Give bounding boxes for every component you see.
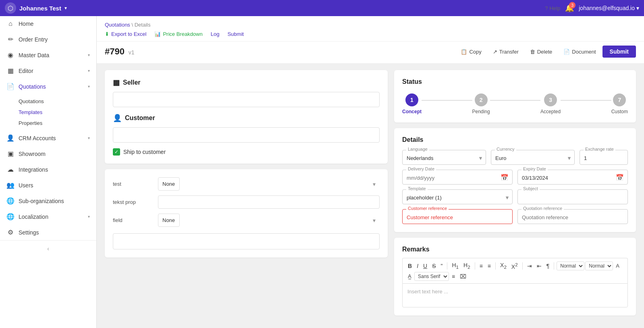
sidebar-collapse-button[interactable]: ‹ xyxy=(0,240,96,257)
sidebar-label-settings: Settings xyxy=(19,229,90,236)
clear-format-button[interactable]: ⌧ xyxy=(458,272,468,281)
delete-button[interactable]: 🗑 Delete xyxy=(525,46,557,57)
exchange-rate-input[interactable] xyxy=(580,150,628,165)
sidebar-item-sub-organizations[interactable]: 🌐 Sub-organizations xyxy=(0,193,96,209)
font-color-button[interactable]: A xyxy=(614,262,621,270)
font-size-select[interactable]: Small Normal Large xyxy=(557,262,584,270)
toolbar-submit-button[interactable]: Submit xyxy=(227,31,243,41)
seller-title: ▦ Seller xyxy=(113,78,380,87)
superscript-button[interactable]: X2 xyxy=(509,261,520,271)
user-menu-button[interactable]: johannes@elfsquad.io ▾ xyxy=(579,5,639,11)
prop-label-test: test xyxy=(113,181,153,187)
customer-input[interactable] xyxy=(113,127,380,143)
currency-select[interactable]: Euro xyxy=(491,150,575,165)
help-icon: ? xyxy=(545,5,548,11)
prop-select-test[interactable]: None xyxy=(158,177,180,191)
seller-customer-card: ▦ Seller 👤 Customer ✓ Ship to customer xyxy=(105,70,388,164)
italic-button[interactable]: I xyxy=(415,262,420,270)
subject-input[interactable] xyxy=(517,189,628,204)
rtl-button[interactable]: ¶ xyxy=(544,262,552,270)
strikethrough-button[interactable]: S xyxy=(430,262,438,270)
export-icon: ⬇ xyxy=(105,31,109,37)
price-breakdown-button[interactable]: 📊 Price Breakdown xyxy=(154,31,202,41)
sidebar-item-order-entry[interactable]: ✏ Order Entry xyxy=(0,31,96,47)
expiry-date-input[interactable] xyxy=(517,170,628,185)
customer-reference-input[interactable] xyxy=(402,209,513,224)
delete-icon: 🗑 xyxy=(530,49,535,55)
sidebar-label-integrations: Integrations xyxy=(19,166,90,173)
unordered-list-button[interactable]: ≡ xyxy=(486,262,493,270)
language-select[interactable]: Nederlands xyxy=(402,150,486,165)
property-row-field: field None xyxy=(113,214,380,227)
sidebar-item-showroom[interactable]: ▣ Showroom xyxy=(0,146,96,162)
step-accepted[interactable]: 3 Accepted xyxy=(540,93,561,114)
remarks-editor[interactable]: Insert text here ... xyxy=(402,283,628,307)
sidebar-item-quotations[interactable]: 📄 Quotations ▾ xyxy=(0,79,96,94)
help-link[interactable]: ? Help xyxy=(545,5,560,11)
remarks-placeholder: Insert text here ... xyxy=(407,289,448,295)
sidebar-item-localization[interactable]: 🌐 Localization ▾ xyxy=(0,209,96,224)
h2-button[interactable]: H2 xyxy=(461,261,472,271)
quotation-reference-input[interactable] xyxy=(517,209,628,224)
ship-to-customer-checkbox[interactable]: ✓ xyxy=(113,148,120,156)
underline-button[interactable]: U xyxy=(421,262,429,270)
sidebar-item-settings[interactable]: ⚙ Settings xyxy=(0,224,96,240)
exchange-rate-field-group: Exchange rate xyxy=(580,150,628,165)
quote-button[interactable]: " xyxy=(438,262,445,270)
seller-input[interactable] xyxy=(113,92,380,107)
sidebar-label-order-entry: Order Entry xyxy=(19,36,90,43)
document-button[interactable]: 📄 Document xyxy=(559,46,600,57)
sidebar-item-templates[interactable]: Templates xyxy=(19,107,96,118)
toolbar-divider-5 xyxy=(554,262,554,270)
quotation-reference-label: Quotation reference xyxy=(521,206,564,211)
delivery-date-calendar-icon[interactable]: 📅 xyxy=(501,173,509,181)
bold-button[interactable]: B xyxy=(406,262,414,270)
prop-input-tekst[interactable] xyxy=(158,195,380,209)
order-entry-icon: ✏ xyxy=(6,35,15,43)
ordered-list-button[interactable]: ≡ xyxy=(478,262,485,270)
language-label: Language xyxy=(406,147,429,152)
app-title: Johannes Test xyxy=(19,5,61,12)
log-button[interactable]: Log xyxy=(211,31,220,41)
localization-caret-icon: ▾ xyxy=(88,214,90,219)
sidebar-item-integrations[interactable]: ☁ Integrations xyxy=(0,162,96,177)
page-title: #790 xyxy=(105,46,125,56)
expiry-date-calendar-icon[interactable]: 📅 xyxy=(616,173,624,181)
breadcrumb-parent[interactable]: Quotations xyxy=(105,22,130,28)
font-family-select[interactable]: Sans Serif xyxy=(414,272,449,281)
user-email: johannes@elfsquad.io xyxy=(579,5,635,11)
sidebar-item-editor[interactable]: ▦ Editor ▾ xyxy=(0,63,96,79)
sidebar-item-crm-accounts[interactable]: 👤 CRM Accounts ▾ xyxy=(0,130,96,146)
currency-field-group: Currency Euro ▾ xyxy=(491,150,575,165)
step-custom[interactable]: 7 Custom xyxy=(611,93,628,114)
price-breakdown-icon: 📊 xyxy=(154,31,161,37)
submit-button[interactable]: Submit xyxy=(602,46,636,58)
content-area: ▦ Seller 👤 Customer ✓ Ship to customer xyxy=(97,64,644,328)
h1-button[interactable]: H1 xyxy=(450,261,461,271)
prop-extra-input[interactable] xyxy=(113,233,380,249)
step-label-concept: Concept xyxy=(402,109,422,114)
prop-select-field[interactable]: None xyxy=(158,214,180,227)
sidebar-item-home[interactable]: ⌂ Home xyxy=(0,16,96,31)
sidebar-item-users[interactable]: 👥 Users xyxy=(0,177,96,193)
delivery-date-input[interactable] xyxy=(402,170,513,185)
transfer-button[interactable]: ↗ Transfer xyxy=(488,46,524,57)
font-highlight-button[interactable]: A̲ xyxy=(406,272,413,280)
sidebar-item-quotations-list[interactable]: Quotations xyxy=(19,96,96,107)
subscript-button[interactable]: X2 xyxy=(498,261,509,271)
normal-select[interactable]: Normal xyxy=(585,262,613,270)
sidebar-item-properties[interactable]: Properties xyxy=(19,118,96,129)
app-title-caret[interactable]: ▾ xyxy=(64,5,67,11)
step-concept[interactable]: 1 Concept xyxy=(402,93,422,114)
notification-button[interactable]: 🔔 3 xyxy=(565,4,574,12)
template-select[interactable]: placeholder (1) xyxy=(402,189,513,204)
export-to-excel-button[interactable]: ⬇ Export to Excel xyxy=(105,31,146,41)
indent-left-button[interactable]: ⇤ xyxy=(535,262,544,270)
align-button[interactable]: ≡ xyxy=(450,272,457,281)
sidebar-item-master-data[interactable]: ◉ Master Data ▾ xyxy=(0,47,96,63)
currency-label: Currency xyxy=(495,147,516,152)
page-version: v1 xyxy=(129,49,135,56)
step-pending[interactable]: 2 Pending xyxy=(472,93,490,114)
indent-right-button[interactable]: ⇥ xyxy=(525,262,534,270)
copy-button[interactable]: 📋 Copy xyxy=(456,46,486,57)
